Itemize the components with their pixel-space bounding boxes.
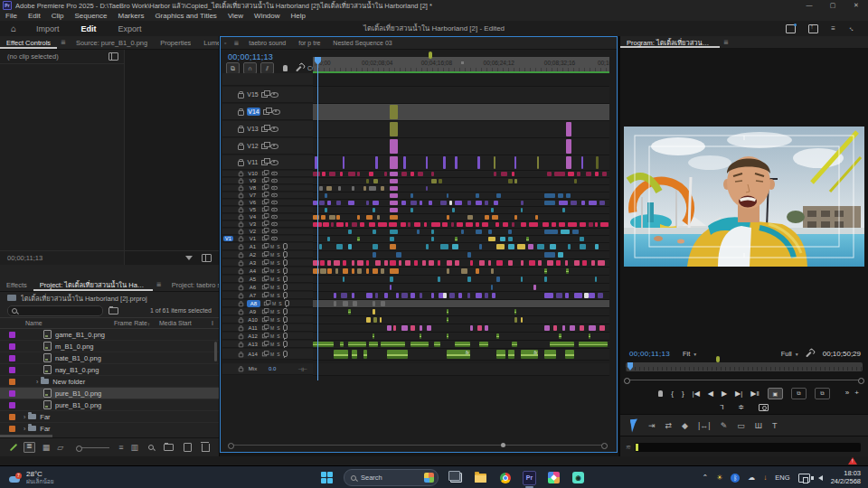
track-name[interactable]: V15 [247, 91, 259, 98]
timeline-clip[interactable] [369, 222, 375, 227]
timeline-timecode[interactable]: 00;00;11;13 [228, 52, 273, 61]
timeline-clip[interactable] [348, 172, 354, 176]
track-name[interactable]: V13 [247, 126, 259, 132]
timeline-clip[interactable] [373, 230, 377, 234]
panel-tab[interactable]: Lumetri Color [197, 36, 219, 49]
timeline-clip[interactable] [562, 325, 565, 331]
lock-icon[interactable] [239, 223, 243, 228]
timeline-clip[interactable] [408, 222, 410, 227]
timeline-clip[interactable] [420, 201, 422, 205]
timeline-clip[interactable] [449, 201, 452, 205]
menu-view[interactable]: View [222, 12, 249, 20]
menu-help[interactable]: Help [286, 12, 311, 20]
solo-button[interactable]: S [277, 260, 279, 266]
workspaces-icon[interactable]: ≡ [831, 24, 835, 33]
timeline-clip[interactable] [327, 201, 330, 205]
label-chip[interactable] [9, 343, 15, 350]
timeline-clip[interactable] [476, 230, 482, 234]
header-tab-edit[interactable]: Edit [71, 24, 108, 33]
track-lane-V12[interactable] [313, 138, 609, 155]
timeline-clip[interactable] [514, 317, 517, 323]
track-name[interactable]: V8 [247, 185, 259, 191]
timeline-clip[interactable] [390, 156, 398, 169]
timeline-clip[interactable] [410, 342, 429, 347]
voiceover-record-icon[interactable] [283, 292, 288, 298]
sync-lock-icon[interactable] [262, 309, 267, 314]
timeline-clip[interactable] [556, 260, 561, 266]
timeline-clip[interactable] [544, 325, 551, 331]
sync-lock-icon[interactable] [262, 201, 267, 205]
home-icon[interactable]: ⌂ [11, 23, 16, 33]
timeline-clip[interactable] [562, 208, 565, 212]
timeline-clip[interactable] [544, 193, 555, 198]
taskbar-chrome[interactable] [498, 471, 512, 484]
sync-lock-icon[interactable] [262, 333, 267, 338]
timeline-clip[interactable] [447, 333, 448, 339]
menu-clip[interactable]: Clip [46, 12, 70, 20]
timeline-clip[interactable] [422, 260, 425, 266]
timeline-clip[interactable] [396, 293, 399, 298]
sequence-marker-small[interactable] [461, 61, 464, 64]
timeline-clip[interactable] [390, 179, 398, 183]
lock-icon[interactable] [239, 326, 243, 331]
timeline-clip[interactable] [401, 222, 407, 227]
voiceover-record-icon[interactable] [283, 243, 288, 249]
timeline-clip[interactable] [598, 293, 604, 298]
timeline-clip[interactable] [393, 325, 396, 331]
mute-button[interactable]: M [270, 285, 274, 290]
menu-file[interactable]: File [0, 12, 23, 20]
track-visibility-icon[interactable] [271, 179, 278, 183]
label-chip[interactable] [9, 355, 15, 361]
timeline-clip[interactable] [581, 156, 584, 169]
expander-icon[interactable]: › [24, 414, 25, 420]
track-lane-V10[interactable] [313, 171, 609, 178]
timeline-clip[interactable] [470, 260, 473, 266]
zoom-level-dropdown[interactable]: Fit▼ [683, 350, 697, 358]
sequence-marker[interactable] [429, 52, 432, 59]
voiceover-record-icon[interactable] [283, 267, 288, 274]
timeline-clip[interactable] [467, 293, 470, 298]
timeline-clip[interactable] [580, 244, 586, 249]
speaker-icon[interactable] [818, 475, 823, 481]
panel-divider[interactable] [219, 36, 220, 456]
track-header-V13[interactable]: V13 [222, 121, 313, 137]
track-name[interactable]: V3 [247, 221, 259, 227]
program-zoom-bar[interactable] [624, 378, 864, 382]
timeline-clip[interactable] [600, 222, 609, 227]
track-lane-A14[interactable]: fxfx [313, 349, 609, 361]
timeline-clip[interactable] [521, 260, 524, 266]
fullscreen-icon[interactable]: ↔ [846, 23, 858, 34]
column-header[interactable]: Frame Rate ↑ [114, 320, 147, 326]
track-header-A14[interactable]: A14 M S [222, 349, 313, 360]
timeline-clip[interactable] [410, 172, 413, 176]
track-name[interactable]: A5 [247, 277, 259, 282]
timeline-clip[interactable] [544, 350, 556, 359]
panel-tab[interactable]: Effects [0, 278, 33, 291]
track-lane-V15[interactable] [313, 87, 609, 104]
timeline-clip[interactable] [476, 293, 482, 298]
timeline-clip[interactable] [439, 179, 441, 183]
timeline-clip[interactable] [467, 277, 472, 282]
timeline-clip[interactable] [554, 172, 564, 176]
timeline-clip[interactable] [533, 285, 536, 290]
timeline-clip[interactable] [373, 317, 376, 323]
timeline-clip[interactable] [387, 325, 392, 331]
lock-icon[interactable] [239, 238, 243, 242]
razor-tool[interactable]: ◆ [682, 421, 688, 430]
panel-menu-icon[interactable]: ≣ [720, 39, 732, 46]
timeline-clip[interactable] [496, 350, 505, 359]
timeline-clip[interactable] [426, 186, 429, 191]
zoom-slider[interactable] [80, 447, 109, 448]
sync-lock-icon[interactable] [261, 160, 268, 165]
track-name[interactable]: A10 [247, 317, 259, 323]
track-visibility-icon[interactable] [270, 144, 278, 149]
timeline-clip[interactable] [325, 193, 327, 198]
voiceover-record-icon[interactable] [283, 308, 288, 314]
timeline-clip[interactable] [348, 342, 366, 347]
timeline-clip[interactable] [390, 237, 394, 241]
timeline-clip[interactable] [336, 244, 343, 249]
timeline-clip[interactable] [334, 301, 336, 306]
track-name[interactable]: V9 [247, 178, 259, 183]
track-lane-A7[interactable] [313, 292, 609, 300]
timeline-clip[interactable] [565, 350, 574, 359]
